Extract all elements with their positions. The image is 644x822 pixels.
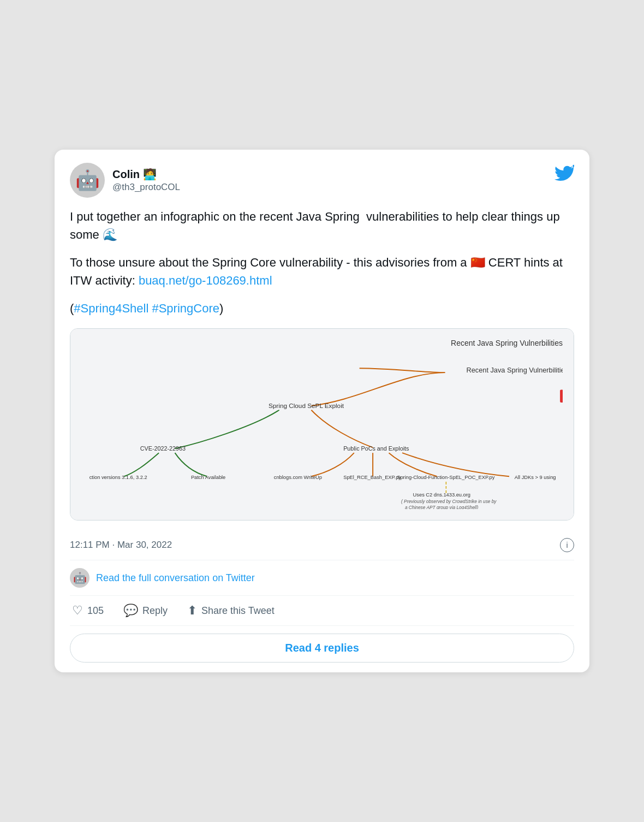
twitter-logo — [553, 163, 574, 186]
svg-text:( Previously observed by Crowd: ( Previously observed by CrowdStrike in … — [401, 499, 497, 504]
read-replies-row: Read 4 replies — [70, 625, 574, 672]
reply-label: Reply — [142, 605, 168, 617]
tweet-paragraph-1: I put together an infographic on the rec… — [70, 208, 574, 244]
svg-text:SpEl_RCE_Bash_EXP.py: SpEl_RCE_Bash_EXP.py — [343, 475, 401, 480]
hashtag-spring4shell[interactable]: #Spring4Shell — [74, 301, 148, 315]
mindmap-svg: Recent Java Spring Vulnerbilities Spring… — [81, 351, 563, 509]
timestamp: 12:11 PM · Mar 30, 2022 — [70, 540, 172, 551]
avatar: 🤖 — [70, 163, 105, 198]
full-conversation-row[interactable]: 🤖 Read the full conversation on Twitter — [70, 560, 574, 595]
svg-text:Spring Cloud SePL Exploit: Spring Cloud SePL Exploit — [269, 402, 344, 409]
svg-rect-14 — [560, 390, 563, 403]
svg-text:CVE-2022-22963: CVE-2022-22963 — [140, 445, 186, 452]
infographic-card: Recent Java Spring Vulnerbilities Recent… — [70, 328, 574, 521]
svg-text:Public PoCs and Exploits: Public PoCs and Exploits — [343, 445, 409, 452]
info-icon[interactable]: i — [560, 538, 574, 552]
share-icon: ⬆ — [187, 604, 197, 618]
svg-text:ction versions 3.1.6, 3.2.2: ction versions 3.1.6, 3.2.2 — [90, 475, 147, 480]
full-conversation-link[interactable]: Read the full conversation on Twitter — [96, 572, 255, 584]
action-bar: ♡ 105 💬 Reply ⬆ Share this Tweet — [70, 595, 574, 625]
hashtag-springcore[interactable]: #SpringCore — [152, 301, 219, 315]
user-info-group: 🤖 Colin 🧑‍💻 @th3_protoCOL — [70, 163, 180, 198]
share-label: Share this Tweet — [201, 605, 275, 617]
svg-text:Spring-Cloud-Function-SpEL_POC: Spring-Cloud-Function-SpEL_POC_EXP.py — [397, 475, 494, 480]
svg-text:All JDKs > 9 using: All JDKs > 9 using — [515, 475, 556, 480]
reply-icon: 💬 — [123, 604, 138, 618]
read-replies-button[interactable]: Read 4 replies — [70, 634, 574, 663]
reply-action[interactable]: 💬 Reply — [123, 604, 168, 618]
tweet-header: 🤖 Colin 🧑‍💻 @th3_protoCOL — [70, 163, 574, 198]
svg-text:cnblogs.com WriteUp: cnblogs.com WriteUp — [274, 475, 322, 480]
svg-text:Patch Available: Patch Available — [191, 475, 225, 480]
conversation-avatar: 🤖 — [70, 568, 90, 588]
infographic-title: Recent Java Spring Vulnerbilities — [81, 339, 563, 347]
infographic-inner: Recent Java Spring Vulnerbilities Recent… — [70, 329, 574, 520]
tweet-card: 🤖 Colin 🧑‍💻 @th3_protoCOL I put together… — [55, 150, 589, 672]
user-info: Colin 🧑‍💻 @th3_protoCOL — [112, 168, 180, 193]
tweet-paragraph-3: (#Spring4Shell #SpringCore) — [70, 299, 574, 317]
buaq-link[interactable]: buaq.net/go-108269.html — [139, 274, 272, 287]
username: @th3_protoCOL — [112, 182, 180, 193]
svg-text:Recent Java Spring Vulnerbilit: Recent Java Spring Vulnerbilities — [467, 366, 563, 374]
share-action[interactable]: ⬆ Share this Tweet — [187, 604, 275, 618]
likes-count: 105 — [87, 605, 104, 617]
like-action[interactable]: ♡ 105 — [72, 604, 104, 618]
svg-text:a Chinese APT group via Log4Sh: a Chinese APT group via Log4Shell) — [405, 505, 479, 509]
tweet-paragraph-2: To those unsure about the Spring Core vu… — [70, 253, 574, 289]
display-name-text: Colin — [112, 168, 140, 181]
heart-icon: ♡ — [72, 604, 83, 618]
display-name: Colin 🧑‍💻 — [112, 168, 180, 181]
name-emoji: 🧑‍💻 — [143, 168, 157, 181]
tweet-body: I put together an infographic on the rec… — [70, 208, 574, 317]
svg-text:Uses C2 dns.1433.eu.org: Uses C2 dns.1433.eu.org — [413, 493, 470, 498]
timestamp-row: 12:11 PM · Mar 30, 2022 i — [70, 533, 574, 560]
